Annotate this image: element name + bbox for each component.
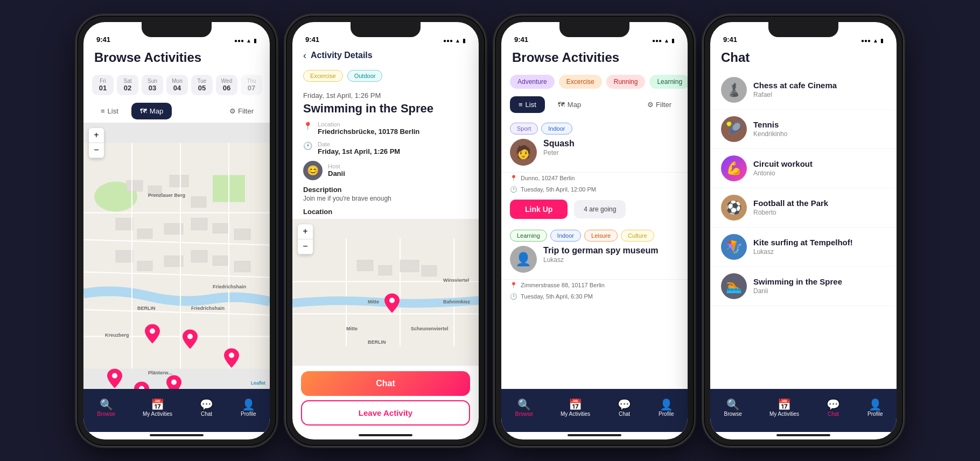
wifi-icon: ▲	[246, 38, 251, 44]
nav-myact-1[interactable]: 📅 My Activities	[143, 399, 172, 417]
cat-exercise[interactable]: Excercise	[559, 75, 602, 89]
back-arrow[interactable]: ‹	[303, 50, 306, 61]
date-wed[interactable]: Wed06	[216, 75, 237, 95]
screen1-title: Browse Activities	[94, 50, 259, 65]
football-info: Football at the Park Roberto	[753, 198, 886, 216]
wifi-icon-3: ▲	[664, 38, 669, 44]
swimming-avatar-icon: 🏊	[721, 273, 747, 299]
day-num-sat: 02	[124, 84, 131, 92]
going-badge: 4 are going	[574, 200, 626, 218]
map-btn-3[interactable]: 🗺 Map	[549, 96, 590, 113]
zoom-in-1[interactable]: +	[89, 128, 104, 143]
signal-icon-4: ●●●	[861, 38, 871, 44]
activity-card-spy[interactable]: Learning Indoor Leisure Culture 👤 Trip t…	[501, 223, 688, 280]
activity-details-title: Activity Details	[311, 51, 373, 60]
kite-avatar-icon: 🪁	[721, 234, 747, 260]
nav-profile-4[interactable]: 👤 Profile	[867, 399, 883, 417]
chess-info: Chess at cafe Cinema Rafael	[753, 81, 886, 98]
filter-btn-3[interactable]: ⚙ Filter	[640, 96, 679, 113]
chat-item-kite[interactable]: 🪁 Kite surfing at Tempelhof! Lukasz	[710, 228, 897, 267]
squash-card-top: 🧑 Squash Peter	[510, 139, 679, 166]
chat-icon-1: 💬	[200, 399, 213, 410]
nav-browse-4[interactable]: 🔍 Browse	[724, 399, 742, 417]
phone-2-frame: 9:41 ●●● ▲ ▮ ‹ Activity Details Excercis…	[286, 16, 485, 446]
svg-rect-11	[213, 223, 228, 233]
circuit-sub: Antonio	[753, 169, 886, 177]
svg-text:Scheunenviertel: Scheunenviertel	[411, 325, 449, 331]
tag-indoor: Indoor	[541, 123, 572, 134]
map-pin-3	[166, 375, 181, 389]
cat-learning[interactable]: Learning	[649, 75, 688, 89]
map-area-1[interactable]: Kreuzberg Plänterw... Prenzlauer Berg BE…	[83, 123, 270, 389]
chat-item-circuit[interactable]: 💪 Circuit workout Antonio	[710, 149, 897, 188]
chat-item-swimming[interactable]: 🏊 Swimming in the Spree Danii	[710, 267, 897, 306]
spy-location-row: 📍 Zimmerstrasse 88, 10117 Berlin	[501, 280, 688, 291]
chat-item-football[interactable]: ⚽ Football at the Park Roberto	[710, 188, 897, 228]
zoom-out-1[interactable]: −	[89, 143, 104, 158]
date-fri[interactable]: Fri01	[92, 75, 114, 95]
map-btn-1[interactable]: 🗺 Map	[131, 103, 172, 119]
profile-icon-4: 👤	[869, 399, 882, 410]
cat-running[interactable]: Running	[606, 75, 646, 89]
date-thu[interactable]: Thu07	[241, 75, 262, 95]
zoom-out-2[interactable]: −	[298, 239, 313, 254]
nav-chat-4[interactable]: 💬 Chat	[827, 399, 840, 417]
tennis-sub: Kendrikinho	[753, 130, 886, 138]
swimming-avatar: 🏊	[721, 273, 747, 299]
location-pin-icon-3b: 📍	[510, 282, 517, 289]
status-icons-4: ●●● ▲ ▮	[861, 38, 884, 44]
nav-browse-3[interactable]: 🔍 Browse	[515, 399, 533, 417]
list-btn-3[interactable]: ≡ List	[510, 96, 545, 113]
nav-chat-1[interactable]: 💬 Chat	[200, 399, 213, 417]
date-label: Date	[318, 141, 400, 147]
cat-adventure[interactable]: Adventure	[510, 75, 555, 89]
chat-btn-2[interactable]: Chat	[301, 371, 470, 396]
nav-myact-3[interactable]: 📅 My Activities	[561, 399, 590, 417]
link-up-row: Link Up 4 are going	[501, 195, 688, 223]
svg-text:Kreuzberg: Kreuzberg	[105, 332, 129, 337]
squash-location-row: 📍 Dunno, 10247 Berlin	[501, 173, 688, 184]
profile-icon-3: 👤	[660, 399, 673, 410]
chat-item-chess[interactable]: ♟️ Chess at cafe Cinema Rafael	[710, 70, 897, 110]
map-icon-1: 🗺	[140, 107, 147, 115]
chess-avatar-icon: ♟️	[721, 77, 747, 103]
profile-icon-1: 👤	[242, 399, 255, 410]
spy-date-row: 🕐 Tuesday, 5th April, 6:30 PM	[501, 291, 688, 302]
nav-browse-1[interactable]: 🔍 Browse	[97, 399, 115, 417]
search-icon-3: 🔍	[517, 399, 531, 410]
nav-profile-3[interactable]: 👤 Profile	[659, 399, 674, 417]
search-icon-4: 🔍	[726, 399, 740, 410]
zoom-in-2[interactable]: +	[298, 224, 313, 239]
svg-text:Mitte: Mitte	[368, 299, 379, 304]
leave-btn-2[interactable]: Leave Activity	[301, 400, 470, 425]
kite-name: Kite surfing at Tempelhof!	[753, 238, 886, 247]
list-btn-1[interactable]: ≡ List	[92, 103, 127, 119]
zoom-controls-2: + −	[298, 224, 313, 254]
bottom-nav-3: 🔍 Browse 📅 My Activities 💬 Chat 👤 Profil…	[501, 389, 688, 432]
status-icons-1: ●●● ▲ ▮	[234, 38, 257, 44]
squash-date-row: 🕐 Tuesday, 5th April, 12:00 PM	[501, 184, 688, 195]
phone-4-screen: 9:41 ●●● ▲ ▮ Chat ♟️	[710, 22, 897, 439]
activity-date: Friday, 1st April, 1:26 PM	[303, 91, 468, 100]
mini-map-2[interactable]: Mitte Scheunenviertel Winsviertel Bahnim…	[292, 219, 479, 366]
nav-chat-3[interactable]: 💬 Chat	[618, 399, 631, 417]
tag-leisure: Leisure	[584, 230, 618, 242]
host-value: Danii	[328, 169, 345, 178]
status-time-4: 9:41	[723, 36, 737, 44]
chat-item-tennis[interactable]: 🎾 Tennis Kendrikinho	[710, 110, 897, 149]
nav-profile-1[interactable]: 👤 Profile	[241, 399, 256, 417]
filter-btn-1[interactable]: ⚙ Filter	[222, 103, 261, 119]
date-tue[interactable]: Tue05	[191, 75, 213, 95]
date-mon[interactable]: Mon04	[166, 75, 188, 95]
kite-avatar: 🪁	[721, 234, 747, 260]
linkup-btn[interactable]: Link Up	[510, 200, 568, 219]
day-num-tue: 05	[198, 84, 206, 92]
activity-card-squash[interactable]: Sport Indoor 🧑 Squash Peter	[501, 116, 688, 173]
date-sat[interactable]: Sat02	[117, 75, 138, 95]
squash-avatar-icon: 🧑	[510, 139, 537, 166]
date-sun[interactable]: Sun03	[142, 75, 163, 95]
map-svg-1: Kreuzberg Plänterw... Prenzlauer Berg BE…	[83, 123, 270, 389]
phone-1: 9:41 ●●● ▲ ▮ Browse Activities Fri01 Sat…	[77, 16, 276, 446]
host-avatar-icon: 😊	[303, 161, 323, 180]
nav-myact-4[interactable]: 📅 My Activities	[769, 399, 799, 417]
